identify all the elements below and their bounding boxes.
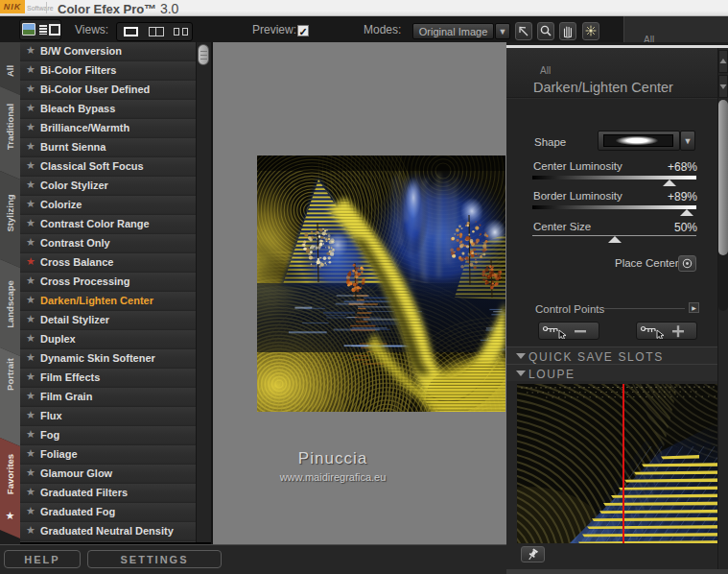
svg-text:All: All — [5, 65, 15, 77]
svg-text:★: ★ — [6, 510, 15, 521]
svg-text:Favorites: Favorites — [5, 454, 15, 494]
svg-text:Traditional: Traditional — [5, 104, 15, 150]
svg-text:Landscape: Landscape — [5, 280, 15, 328]
svg-text:Stylizing: Stylizing — [5, 194, 15, 231]
svg-text:Portrait: Portrait — [5, 357, 15, 391]
